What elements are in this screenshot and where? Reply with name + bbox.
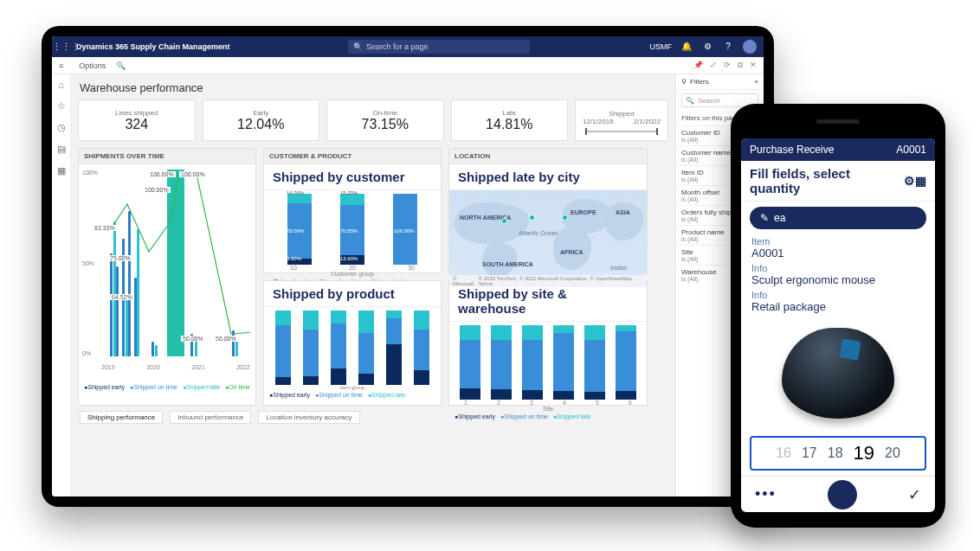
popout-icon[interactable]: ⧉ xyxy=(738,61,743,70)
sot-plot[interactable]: 100%50%0% xyxy=(79,164,255,382)
phone-header-code: A0001 xyxy=(896,144,926,156)
charts-grid: SHIPMENTS OVER TIME 100%50%0% xyxy=(78,148,668,406)
refresh-icon[interactable]: ⟳ xyxy=(724,61,731,70)
phone-frame: Purchase Receive A0001 Fill fields, sele… xyxy=(731,104,945,528)
tablet-frame: ⋮⋮⋮ Dynamics 365 Supply Chain Management… xyxy=(42,26,774,507)
date-from: 12/1/2018 xyxy=(583,118,614,125)
search-icon: 🔍 xyxy=(353,42,363,51)
map-point[interactable] xyxy=(529,215,535,221)
phone-subtitle-row: Fill fields, select quantity ⚙▦ xyxy=(741,161,935,202)
phone-header: Purchase Receive A0001 xyxy=(741,138,935,161)
kpi-row: Lines shipped 324 Early 12.04% On-time 7… xyxy=(78,99,668,141)
panel-shipped-by-product: Shipped by product Item group xyxy=(263,280,442,406)
collapse-filters-icon[interactable]: » xyxy=(755,78,758,86)
nav-rail: ⌂ ☆ ◷ ▤ ▦ xyxy=(52,74,71,497)
mouse-image xyxy=(782,328,894,419)
phone-footer: ••• ✓ xyxy=(741,476,935,512)
rail-modules-icon[interactable]: ▦ xyxy=(57,165,66,176)
panel-location: LOCATION Shipped late by city NORTH AMER… xyxy=(448,148,648,273)
edit-icon: ✎ xyxy=(760,212,769,224)
site-warehouse-bars[interactable] xyxy=(449,322,647,400)
confirm-button[interactable]: ✓ xyxy=(908,485,921,504)
filter-icon: ⚲ xyxy=(681,78,687,86)
search-placeholder: Search for a page xyxy=(366,42,429,51)
more-button[interactable]: ••• xyxy=(755,485,777,503)
app-header: ⋮⋮⋮ Dynamics 365 Supply Chain Management… xyxy=(52,36,764,57)
panel-site-warehouse: Shipped by site & warehouse 123456 Site xyxy=(448,280,648,406)
search-input[interactable]: 🔍 Search for a page xyxy=(348,40,530,54)
help-icon[interactable]: ? xyxy=(722,41,734,53)
kpi-early: Early 12.04% xyxy=(203,99,320,141)
pin-icon[interactable]: 📌 xyxy=(693,61,703,70)
dashboard-main: Warehouse performance Lines shipped 324 … xyxy=(71,74,675,497)
filters-title: Filters xyxy=(690,78,755,86)
date-range-card[interactable]: Shipped 12/1/2018 2/1/2022 xyxy=(575,99,668,141)
tablet-screen: ⋮⋮⋮ Dynamics 365 Supply Chain Management… xyxy=(52,36,764,497)
panel-shipments-over-time: SHIPMENTS OVER TIME 100%50%0% xyxy=(78,148,256,406)
search-icon: 🔍 xyxy=(686,97,694,105)
rail-clock-icon[interactable]: ◷ xyxy=(57,122,66,133)
page-search-icon[interactable]: 🔍 xyxy=(116,61,126,70)
kpi-lines-shipped: Lines shipped 324 xyxy=(78,99,196,141)
speaker xyxy=(816,119,860,124)
product-image xyxy=(741,315,935,431)
rail-list-icon[interactable]: ▤ xyxy=(57,144,66,155)
rail-star-icon[interactable]: ☆ xyxy=(57,100,66,112)
panel-customer-product: CUSTOMER & PRODUCT Shipped by customer xyxy=(263,148,442,273)
menu-toggle[interactable]: ≡ xyxy=(59,61,63,70)
quantity-stepper[interactable]: 16 17 18 19 20 xyxy=(750,436,926,471)
gear-box-icon[interactable]: ⚙▦ xyxy=(904,174,926,188)
rail-home-icon[interactable]: ⌂ xyxy=(58,80,64,90)
nav-icon[interactable]: ⤢ xyxy=(710,61,717,70)
tab-location-accuracy[interactable]: Location inventory accuracy xyxy=(258,411,359,424)
map-point[interactable] xyxy=(501,218,507,224)
tab-inbound[interactable]: Inbound performance xyxy=(170,411,251,424)
unit-chip[interactable]: ✎ ea xyxy=(750,207,926,229)
gear-icon[interactable]: ⚙ xyxy=(701,41,713,53)
world-map[interactable]: NORTH AMERICA SOUTH AMERICA EUROPE AFRIC… xyxy=(449,190,647,287)
waffle-icon[interactable]: ⋮⋮⋮ xyxy=(52,42,71,53)
bell-icon[interactable]: 🔔 xyxy=(680,41,693,53)
kpi-late: Late 14.81% xyxy=(451,99,569,141)
close-icon[interactable]: ✕ xyxy=(750,61,757,70)
page-title: Warehouse performance xyxy=(80,81,668,94)
date-to: 2/1/2022 xyxy=(634,118,661,125)
tab-shipping[interactable]: Shipping performance xyxy=(80,411,163,424)
primary-action-button[interactable] xyxy=(828,480,857,509)
options-button[interactable]: Options xyxy=(79,61,106,70)
shipped-by-product-bars[interactable] xyxy=(264,307,441,385)
sub-toolbar: ≡ Options 🔍 📌 ⤢ ⟳ ⧉ ✕ xyxy=(52,57,764,74)
phone-header-title: Purchase Receive xyxy=(750,144,834,156)
date-slider[interactable] xyxy=(585,131,659,132)
company-code[interactable]: USMF xyxy=(650,41,673,53)
phone-screen: Purchase Receive A0001 Fill fields, sele… xyxy=(741,138,935,512)
app-title: Dynamics 365 Supply Chain Management xyxy=(71,42,235,51)
kpi-ontime: On-time 73.15% xyxy=(326,99,444,141)
map-point[interactable] xyxy=(562,215,568,221)
shipped-by-customer-bars[interactable]: 8.00% 78.00% 14.00% 13.90% 70.85% 15.25%… xyxy=(264,190,441,265)
avatar[interactable] xyxy=(743,40,757,54)
